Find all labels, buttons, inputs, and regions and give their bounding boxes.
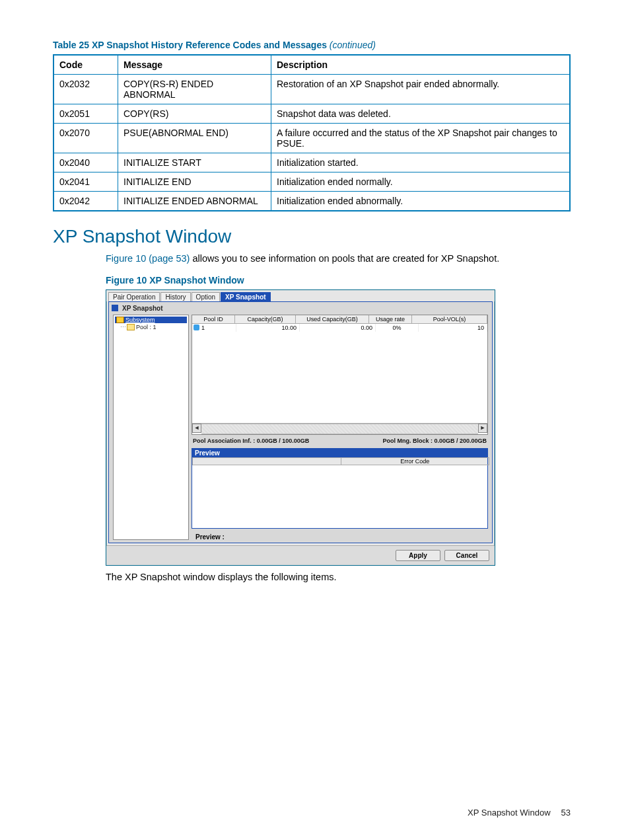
table-row: 0x2040 INITIALIZE START Initialization s…: [53, 153, 570, 172]
tree-branch-icon: ⋯: [120, 324, 125, 330]
preview-title: Preview: [192, 449, 487, 457]
cell-description: Initialization ended abnormally.: [271, 192, 571, 211]
cell-message: INITIALIZE END: [118, 172, 271, 192]
intro-rest: allows you to see information on pools t…: [190, 253, 499, 264]
cell-code: 0x2032: [53, 75, 118, 104]
tree-child-label: Pool : 1: [136, 324, 157, 330]
tab-xp-snapshot[interactable]: XP Snapshot: [221, 292, 271, 301]
figure-reference-link[interactable]: Figure 10 (page 53): [106, 253, 190, 264]
footer-title: XP Snapshot Window: [468, 808, 551, 818]
cell-message: COPY(RS): [118, 104, 271, 124]
cell-code: 0x2040: [53, 153, 118, 172]
closing-paragraph: The XP Snapshot window displays the foll…: [106, 571, 571, 584]
cell-code: 0x2070: [53, 124, 118, 153]
preview-panel: Preview Error Code: [192, 448, 488, 529]
cell-pool-id: 1: [192, 324, 236, 332]
pool-grid: Pool ID Capacity(GB) Used Capacity(GB) U…: [192, 315, 488, 435]
cell-pool-id-value: 1: [201, 325, 205, 331]
grid-row[interactable]: 1 10.00 0.00 0% 10: [192, 324, 487, 332]
pool-association-info: Pool Association Inf. : 0.00GB / 100.00G…: [193, 438, 309, 444]
cell-code: 0x2042: [53, 192, 118, 211]
cell-message: INITIALIZE ENDED ABNORMAL: [118, 192, 271, 211]
cell-capacity: 10.00: [236, 324, 300, 332]
cell-code: 0x2041: [53, 172, 118, 192]
app-footer: Apply Cancel: [106, 545, 495, 565]
preview-header-blank: [192, 457, 341, 465]
cell-usage-rate: 0%: [376, 324, 419, 332]
panel-title: XP Snapshot: [122, 305, 163, 312]
xp-snapshot-window-figure: Pair Operation History Option XP Snapsho…: [106, 289, 495, 566]
tab-pair-operation[interactable]: Pair Operation: [108, 292, 160, 301]
tab-history[interactable]: History: [160, 292, 190, 301]
tree-root-label: Subsystem: [125, 317, 155, 323]
main-panel: XP Snapshot Subsystem ⋯ Pool : 1: [108, 301, 493, 543]
table-row: 0x2032 COPY(RS-R) ENDED ABNORMAL Restora…: [53, 75, 570, 104]
table-title: Table 25 XP Snapshot History Reference C…: [53, 40, 571, 50]
cell-description: Initialization ended normally.: [271, 172, 571, 192]
scroll-right-button[interactable]: ►: [478, 424, 487, 433]
horizontal-scrollbar[interactable]: ◄ ►: [192, 423, 487, 434]
pool-mng-block-info: Pool Mng. Block : 0.00GB / 200.00GB: [382, 438, 487, 444]
preview-header-error-code[interactable]: Error Code: [341, 457, 490, 465]
page-footer: XP Snapshot Window 53: [0, 808, 630, 818]
pool-info-line: Pool Association Inf. : 0.00GB / 100.00G…: [192, 435, 488, 448]
tree-view[interactable]: Subsystem ⋯ Pool : 1: [113, 315, 189, 540]
grid-header-pool-vols[interactable]: Pool-VOL(s): [412, 315, 487, 324]
preview-footer-label: Preview :: [192, 531, 488, 543]
table-row: 0x2041 INITIALIZE END Initialization end…: [53, 172, 570, 192]
tab-option[interactable]: Option: [192, 292, 220, 301]
cell-description: Initialization started.: [271, 153, 571, 172]
table-row: 0x2070 PSUE(ABNORMAL END) A failure occu…: [53, 124, 570, 153]
cell-message: INITIALIZE START: [118, 153, 271, 172]
grid-header-pool-id[interactable]: Pool ID: [192, 315, 235, 324]
grid-body[interactable]: 1 10.00 0.00 0% 10: [192, 324, 487, 423]
apply-button[interactable]: Apply: [396, 550, 440, 561]
grid-header-usage-rate[interactable]: Usage rate: [369, 315, 412, 324]
pool-folder-icon: [127, 324, 135, 330]
cell-description: A failure occurred and the status of the…: [271, 124, 571, 153]
panel-title-marker-icon: [112, 305, 118, 311]
table-row: 0x2051 COPY(RS) Snapshot data was delete…: [53, 104, 570, 124]
tree-root-subsystem[interactable]: Subsystem: [115, 317, 187, 323]
cell-pool-vols: 10: [419, 324, 487, 332]
figure-title: Figure 10 XP Snapshot Window: [106, 275, 571, 286]
col-header-code: Code: [53, 55, 118, 75]
tree-item-pool[interactable]: ⋯ Pool : 1: [120, 324, 187, 330]
col-header-message: Message: [118, 55, 271, 75]
cell-description: Snapshot data was deleted.: [271, 104, 571, 124]
cell-description: Restoration of an XP Snapshot pair ended…: [271, 75, 571, 104]
footer-page-number: 53: [561, 808, 571, 818]
table-title-main: Table 25 XP Snapshot History Reference C…: [53, 40, 327, 50]
col-header-description: Description: [271, 55, 571, 75]
section-heading: XP Snapshot Window: [53, 226, 571, 247]
reference-codes-table: Code Message Description 0x2032 COPY(RS-…: [53, 54, 571, 211]
cell-code: 0x2051: [53, 104, 118, 124]
pool-row-icon: [193, 325, 199, 330]
cell-used-capacity: 0.00: [300, 324, 376, 332]
cell-message: PSUE(ABNORMAL END): [118, 124, 271, 153]
panel-title-bar: XP Snapshot: [109, 302, 492, 315]
tab-bar: Pair Operation History Option XP Snapsho…: [106, 290, 495, 301]
table-title-continued: (continued): [330, 40, 376, 50]
cancel-button[interactable]: Cancel: [444, 550, 489, 561]
grid-header-capacity[interactable]: Capacity(GB): [235, 315, 296, 324]
grid-header-used-capacity[interactable]: Used Capacity(GB): [296, 315, 369, 324]
preview-body[interactable]: [192, 465, 487, 528]
cell-message: COPY(RS-R) ENDED ABNORMAL: [118, 75, 271, 104]
scroll-track[interactable]: [201, 424, 478, 434]
intro-paragraph: Figure 10 (page 53) allows you to see in…: [106, 252, 571, 266]
scroll-left-button[interactable]: ◄: [192, 424, 201, 433]
table-row: 0x2042 INITIALIZE ENDED ABNORMAL Initial…: [53, 192, 570, 211]
subsystem-icon: [116, 317, 124, 323]
